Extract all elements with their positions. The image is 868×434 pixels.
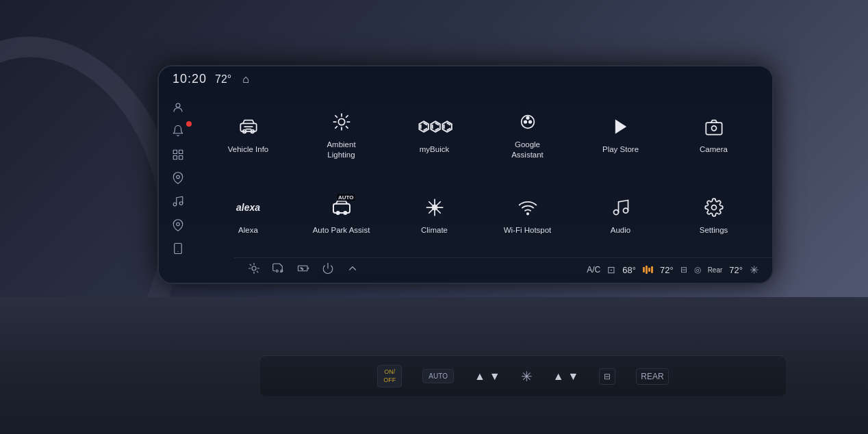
climate-mini-bar: A/C ⊡ 68° 72° ⊟ ◎ Rear 72° ✳	[587, 264, 758, 277]
mybuick-icon: ⌬⌬⌬	[418, 114, 452, 139]
svg-rect-32	[333, 204, 350, 213]
settings-app[interactable]: Settings	[669, 177, 758, 254]
right-temp: 72°	[660, 265, 674, 275]
play-store-label: Play Store	[602, 144, 639, 155]
vehicle-info-icon	[239, 114, 258, 139]
rear-label: Rear	[708, 266, 723, 274]
rear-temp: 72°	[729, 265, 743, 275]
defrost-button[interactable]: ⊟	[599, 368, 615, 385]
dashboard: ON/OFF AUTO ▲ ▼ ✳ ▲ ▼ ⊟ REAR	[0, 297, 868, 434]
fan-up-button[interactable]: ▲	[553, 370, 564, 383]
camera-app[interactable]: Camera	[669, 96, 758, 173]
google-assistant-label: GoogleAssistant	[511, 140, 544, 160]
ambient-lighting-icon	[332, 110, 351, 134]
sidebar-apps-icon[interactable]	[167, 148, 189, 162]
svg-rect-9	[174, 243, 181, 253]
climate-app[interactable]: Climate	[390, 177, 479, 254]
google-assistant-icon	[518, 110, 537, 134]
svg-point-7	[179, 202, 183, 205]
sidebar-location-icon[interactable]	[167, 171, 189, 185]
screen-display: 10:20 72° ⌂	[159, 66, 772, 283]
svg-point-6	[173, 203, 177, 207]
ambient-lighting-app[interactable]: AmbientLighting	[296, 96, 386, 173]
camera-label: Camera	[700, 144, 728, 155]
play-store-icon	[611, 114, 630, 139]
left-temp: 68°	[622, 265, 636, 275]
fan-down-button[interactable]: ▼	[567, 370, 578, 383]
brightness-icon[interactable]	[248, 262, 260, 277]
wifi-hotspot-icon	[518, 195, 537, 220]
auto-button[interactable]: AUTO	[422, 369, 454, 383]
bottom-toolbar: A/C ⊡ 68° 72° ⊟ ◎ Rear 72° ✳	[234, 257, 772, 283]
battery-icon[interactable]	[297, 262, 309, 277]
svg-point-36	[526, 213, 528, 214]
wifi-hotspot-app[interactable]: Wi-Fi Hotspot	[483, 177, 572, 254]
vehicle-info-label: Vehicle Info	[228, 144, 268, 155]
alexa-app[interactable]: alexa Alexa	[203, 177, 293, 254]
sidebar-notification-icon[interactable]	[167, 124, 189, 138]
sidebar-pin-icon[interactable]	[167, 218, 189, 231]
physical-controls: ON/OFF AUTO ▲ ▼ ✳ ▲ ▼ ⊟ REAR	[260, 355, 786, 396]
svg-point-39	[711, 205, 716, 210]
clock: 10:20	[173, 72, 207, 86]
sidebar-phone-icon[interactable]	[167, 242, 189, 255]
play-store-app[interactable]: Play Store	[576, 96, 665, 173]
svg-point-47	[276, 270, 278, 272]
svg-line-44	[257, 271, 258, 272]
auto-park-assist-app[interactable]: AUTO Auto Park Assist	[296, 177, 386, 254]
mybuick-app[interactable]: ⌬⌬⌬ myBuick	[390, 96, 479, 173]
audio-app[interactable]: Audio	[576, 177, 665, 254]
alexa-label: Alexa	[238, 225, 258, 235]
vehicle-info-app[interactable]: Vehicle Info	[203, 96, 293, 173]
mybuick-label: myBuick	[420, 144, 449, 155]
climate-label: Climate	[421, 225, 448, 235]
svg-line-23	[335, 126, 336, 127]
defrost-icon: ⊟	[680, 265, 687, 275]
status-bar: 10:20 72° ⌂	[159, 66, 772, 89]
climate-icon	[425, 195, 444, 220]
settings-icon	[704, 195, 724, 220]
ac-on-off-button[interactable]: ON/OFF	[377, 365, 402, 387]
main-content: Vehicle Info	[196, 89, 772, 283]
svg-rect-2	[179, 150, 182, 153]
temp-wave	[643, 266, 653, 274]
svg-line-43	[250, 264, 251, 266]
svg-point-5	[176, 175, 179, 179]
svg-point-37	[613, 210, 618, 215]
fan-icon: ✳	[750, 264, 758, 277]
svg-line-24	[346, 115, 347, 116]
temp-down-button[interactable]: ▼	[489, 370, 500, 383]
power-icon[interactable]	[322, 262, 334, 277]
ambient-lighting-label: AmbientLighting	[327, 140, 355, 160]
svg-rect-1	[173, 150, 177, 153]
camera-icon	[704, 114, 724, 139]
svg-marker-29	[615, 120, 626, 134]
infotainment-screen: 10:20 72° ⌂	[157, 65, 774, 284]
sidebar-profile-icon[interactable]	[167, 101, 189, 114]
seat-heat-icon: ⊡	[607, 264, 615, 275]
rear-defrost-button[interactable]: REAR	[636, 368, 668, 385]
sidebar	[159, 94, 196, 255]
fan-control-icon[interactable]: ✳	[521, 368, 533, 385]
wifi-hotspot-label: Wi-Fi Hotspot	[504, 225, 552, 235]
chevron-up-icon[interactable]	[346, 262, 359, 277]
audio-icon	[611, 195, 630, 220]
home-icon[interactable]: ⌂	[242, 73, 249, 86]
alexa-icon: alexa	[236, 195, 260, 220]
auto-park-label: Auto Park Assist	[313, 225, 370, 235]
svg-point-28	[526, 116, 529, 119]
sidebar-music-icon[interactable]	[167, 194, 189, 208]
svg-rect-49	[298, 266, 308, 271]
svg-point-40	[252, 266, 256, 270]
car-mode-icon[interactable]	[272, 262, 285, 277]
google-assistant-app[interactable]: GoogleAssistant	[483, 96, 572, 173]
temp-up-button[interactable]: ▲	[474, 370, 485, 383]
svg-point-0	[176, 103, 180, 107]
svg-point-31	[711, 126, 716, 131]
svg-point-16	[338, 118, 344, 125]
svg-rect-30	[706, 123, 722, 135]
svg-line-19	[335, 115, 336, 116]
app-grid: Vehicle Info	[196, 89, 772, 257]
notification-badge	[186, 121, 192, 127]
svg-point-8	[176, 222, 179, 226]
